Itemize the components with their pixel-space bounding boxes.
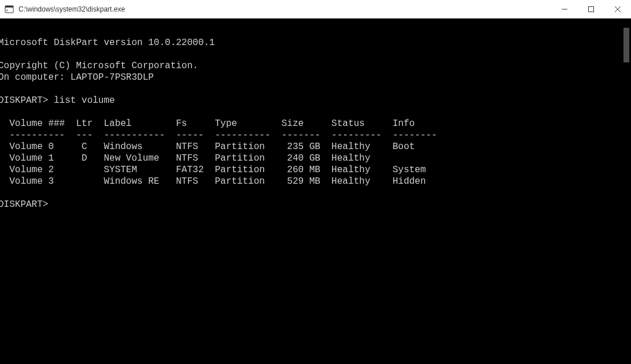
computer-line: On computer: LAPTOP-7PSR3DLP [0, 72, 154, 83]
prompt-line: DISKPART> list volume [0, 95, 115, 106]
version-line: Microsoft DiskPart version 10.0.22000.1 [0, 38, 215, 48]
table-row: Volume 0 C Windows NTFS Partition 235 GB… [0, 142, 415, 152]
table-row: Volume 1 D New Volume NTFS Partition 240… [0, 153, 370, 164]
window-controls [551, 0, 631, 18]
table-row: Volume 2 SYSTEM FAT32 Partition 260 MB H… [0, 165, 426, 175]
titlebar[interactable]: C:\windows\system32\diskpart.exe [0, 0, 631, 18]
svg-rect-3 [589, 6, 594, 12]
prompt-line: DISKPART> [0, 199, 48, 210]
maximize-button[interactable] [578, 0, 604, 18]
minimize-button[interactable] [551, 0, 578, 18]
scrollbar-track[interactable] [622, 18, 631, 364]
terminal-text: Microsoft DiskPart version 10.0.22000.1 … [0, 37, 629, 210]
table-header: Volume ### Ltr Label Fs Type Size Status… [0, 118, 415, 129]
terminal-app-icon [5, 5, 14, 14]
copyright-line: Copyright (C) Microsoft Corporation. [0, 61, 198, 71]
table-divider: ---------- --- ----------- ----- -------… [0, 130, 437, 140]
close-button[interactable] [604, 0, 631, 18]
table-row: Volume 3 Windows RE NTFS Partition 529 M… [0, 176, 426, 187]
scrollbar-thumb[interactable] [623, 28, 629, 62]
titlebar-left: C:\windows\system32\diskpart.exe [0, 5, 125, 14]
svg-rect-1 [5, 6, 13, 8]
vertical-scrollbar[interactable] [622, 18, 631, 364]
terminal-output[interactable]: Microsoft DiskPart version 10.0.22000.1 … [0, 18, 631, 364]
window-title: C:\windows\system32\diskpart.exe [19, 5, 125, 13]
